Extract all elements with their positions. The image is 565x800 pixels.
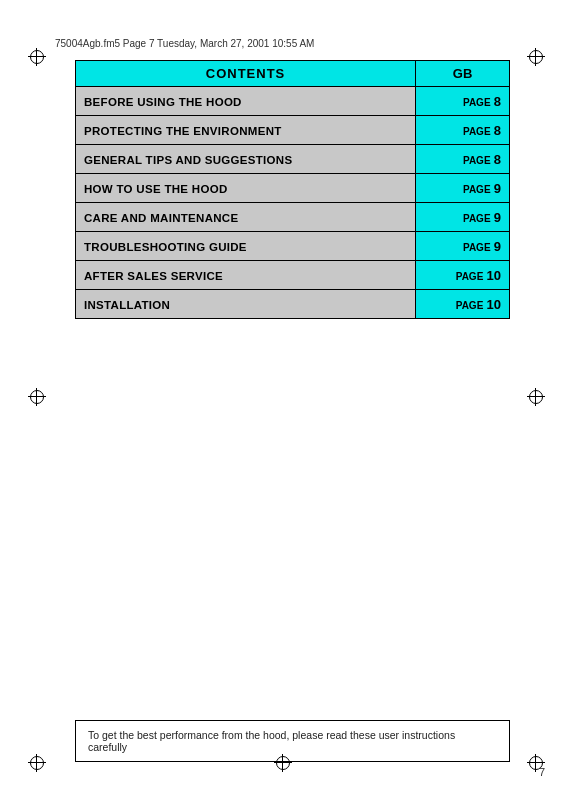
toc-row: BEFORE USING THE HOODPAGE 8 <box>76 87 510 116</box>
toc-page: PAGE 8 <box>416 145 510 174</box>
contents-title: CONTENTS <box>76 61 416 87</box>
toc-row: HOW TO USE THE HOODPAGE 9 <box>76 174 510 203</box>
footer-note-text: To get the best performance from the hoo… <box>88 729 455 753</box>
toc-page: PAGE 10 <box>416 261 510 290</box>
reg-mark-top-left <box>28 48 46 66</box>
toc-row: TROUBLESHOOTING GUIDEPAGE 9 <box>76 232 510 261</box>
toc-row: INSTALLATIONPAGE 10 <box>76 290 510 319</box>
toc-page: PAGE 9 <box>416 203 510 232</box>
reg-mark-mid-right <box>527 388 545 406</box>
toc-label: CARE AND MAINTENANCE <box>76 203 416 232</box>
contents-table: CONTENTS GB BEFORE USING THE HOODPAGE 8P… <box>75 60 510 319</box>
reg-mark-bottom-left <box>28 754 46 772</box>
toc-label: TROUBLESHOOTING GUIDE <box>76 232 416 261</box>
toc-page: PAGE 8 <box>416 87 510 116</box>
page-content: CONTENTS GB BEFORE USING THE HOODPAGE 8P… <box>75 60 510 720</box>
toc-label: AFTER SALES SERVICE <box>76 261 416 290</box>
toc-page: PAGE 10 <box>416 290 510 319</box>
toc-label: GENERAL TIPS AND SUGGESTIONS <box>76 145 416 174</box>
reg-mark-mid-left <box>28 388 46 406</box>
toc-label: PROTECTING THE ENVIRONMENT <box>76 116 416 145</box>
file-info: 75004Agb.fm5 Page 7 Tuesday, March 27, 2… <box>55 38 545 49</box>
toc-row: GENERAL TIPS AND SUGGESTIONSPAGE 8 <box>76 145 510 174</box>
contents-gb: GB <box>416 61 510 87</box>
toc-label: INSTALLATION <box>76 290 416 319</box>
toc-page: PAGE 9 <box>416 232 510 261</box>
reg-mark-top-right <box>527 48 545 66</box>
footer-note: To get the best performance from the hoo… <box>75 720 510 762</box>
contents-header: CONTENTS GB <box>76 61 510 87</box>
toc-row: AFTER SALES SERVICEPAGE 10 <box>76 261 510 290</box>
page-number: 7 <box>539 766 545 778</box>
toc-row: PROTECTING THE ENVIRONMENTPAGE 8 <box>76 116 510 145</box>
toc-page: PAGE 9 <box>416 174 510 203</box>
toc-page: PAGE 8 <box>416 116 510 145</box>
toc-label: BEFORE USING THE HOOD <box>76 87 416 116</box>
toc-row: CARE AND MAINTENANCEPAGE 9 <box>76 203 510 232</box>
toc-label: HOW TO USE THE HOOD <box>76 174 416 203</box>
